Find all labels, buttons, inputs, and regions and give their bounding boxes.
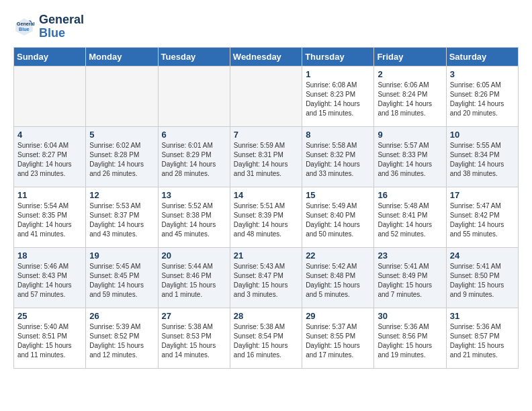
calendar-cell: 25Sunrise: 5:40 AMSunset: 8:51 PMDayligh… (14, 308, 86, 368)
day-number: 9 (378, 130, 442, 140)
day-number: 22 (306, 250, 370, 261)
calendar-cell: 19Sunrise: 5:45 AMSunset: 8:45 PMDayligh… (86, 247, 158, 308)
day-number: 26 (89, 311, 154, 321)
day-number: 4 (17, 130, 82, 140)
day-info: Sunrise: 5:41 AMSunset: 8:50 PMDaylight:… (450, 262, 515, 300)
day-header-thursday: Thursday (302, 47, 374, 66)
day-number: 23 (378, 250, 442, 261)
day-number: 11 (17, 190, 82, 200)
calendar-week-row: 4Sunrise: 6:04 AMSunset: 8:27 PMDaylight… (14, 126, 519, 187)
day-number: 18 (17, 250, 82, 261)
day-header-saturday: Saturday (446, 47, 518, 66)
day-info: Sunrise: 5:36 AMSunset: 8:57 PMDaylight:… (450, 322, 515, 360)
calendar-cell: 21Sunrise: 5:43 AMSunset: 8:47 PMDayligh… (230, 247, 302, 308)
calendar-cell: 8Sunrise: 5:58 AMSunset: 8:32 PMDaylight… (302, 126, 374, 187)
day-number: 5 (89, 130, 154, 140)
day-info: Sunrise: 5:36 AMSunset: 8:56 PMDaylight:… (378, 322, 442, 360)
day-number: 25 (17, 311, 82, 321)
day-header-friday: Friday (374, 47, 446, 66)
day-info: Sunrise: 5:45 AMSunset: 8:45 PMDaylight:… (89, 262, 154, 300)
day-number: 31 (450, 311, 515, 321)
calendar-cell: 15Sunrise: 5:49 AMSunset: 8:40 PMDayligh… (302, 187, 374, 247)
day-info: Sunrise: 5:40 AMSunset: 8:51 PMDaylight:… (17, 322, 82, 360)
calendar-cell: 14Sunrise: 5:51 AMSunset: 8:39 PMDayligh… (230, 187, 302, 247)
day-info: Sunrise: 5:37 AMSunset: 8:55 PMDaylight:… (306, 322, 370, 360)
calendar-cell: 9Sunrise: 5:57 AMSunset: 8:33 PMDaylight… (374, 126, 446, 187)
day-number: 17 (450, 190, 515, 200)
calendar-cell: 24Sunrise: 5:41 AMSunset: 8:50 PMDayligh… (446, 247, 518, 308)
calendar-week-row: 25Sunrise: 5:40 AMSunset: 8:51 PMDayligh… (14, 308, 519, 368)
day-number: 24 (450, 250, 515, 261)
calendar-cell: 20Sunrise: 5:44 AMSunset: 8:46 PMDayligh… (158, 247, 230, 308)
calendar-cell (86, 66, 158, 126)
day-info: Sunrise: 5:48 AMSunset: 8:41 PMDaylight:… (378, 201, 442, 239)
day-info: Sunrise: 5:44 AMSunset: 8:46 PMDaylight:… (162, 262, 226, 300)
calendar-cell: 29Sunrise: 5:37 AMSunset: 8:55 PMDayligh… (302, 308, 374, 368)
calendar-cell: 10Sunrise: 5:55 AMSunset: 8:34 PMDayligh… (446, 126, 518, 187)
calendar-cell: 26Sunrise: 5:39 AMSunset: 8:52 PMDayligh… (86, 308, 158, 368)
calendar-week-row: 1Sunrise: 6:08 AMSunset: 8:23 PMDaylight… (14, 66, 519, 126)
day-header-sunday: Sunday (14, 47, 86, 66)
day-info: Sunrise: 5:39 AMSunset: 8:52 PMDaylight:… (89, 322, 154, 360)
calendar-cell: 23Sunrise: 5:41 AMSunset: 8:49 PMDayligh… (374, 247, 446, 308)
calendar-cell (158, 66, 230, 126)
day-number: 30 (378, 311, 442, 321)
day-info: Sunrise: 5:38 AMSunset: 8:53 PMDaylight:… (162, 322, 226, 360)
calendar-cell: 31Sunrise: 5:36 AMSunset: 8:57 PMDayligh… (446, 308, 518, 368)
day-number: 2 (378, 69, 442, 79)
day-number: 13 (162, 190, 226, 200)
calendar-cell: 7Sunrise: 5:59 AMSunset: 8:31 PMDaylight… (230, 126, 302, 187)
day-info: Sunrise: 6:06 AMSunset: 8:24 PMDaylight:… (378, 81, 442, 118)
day-info: Sunrise: 6:02 AMSunset: 8:28 PMDaylight:… (89, 141, 154, 179)
day-number: 21 (234, 250, 298, 261)
day-info: Sunrise: 5:55 AMSunset: 8:34 PMDaylight:… (450, 141, 515, 179)
day-number: 7 (234, 130, 298, 140)
day-number: 15 (306, 190, 370, 200)
day-number: 3 (450, 69, 515, 79)
day-info: Sunrise: 5:42 AMSunset: 8:48 PMDaylight:… (306, 262, 370, 300)
day-number: 27 (162, 311, 226, 321)
calendar-cell: 5Sunrise: 6:02 AMSunset: 8:28 PMDaylight… (86, 126, 158, 187)
day-number: 10 (450, 130, 515, 140)
day-info: Sunrise: 5:53 AMSunset: 8:37 PMDaylight:… (89, 201, 154, 239)
calendar-cell: 11Sunrise: 5:54 AMSunset: 8:35 PMDayligh… (14, 187, 86, 247)
day-header-wednesday: Wednesday (230, 47, 302, 66)
day-number: 8 (306, 130, 370, 140)
page-header: General Blue General Blue (13, 13, 519, 40)
day-number: 1 (306, 69, 370, 79)
calendar-week-row: 18Sunrise: 5:46 AMSunset: 8:43 PMDayligh… (14, 247, 519, 308)
day-info: Sunrise: 5:54 AMSunset: 8:35 PMDaylight:… (17, 201, 82, 239)
day-info: Sunrise: 5:51 AMSunset: 8:39 PMDaylight:… (234, 201, 298, 239)
calendar-cell: 27Sunrise: 5:38 AMSunset: 8:53 PMDayligh… (158, 308, 230, 368)
day-number: 16 (378, 190, 442, 200)
calendar-cell: 22Sunrise: 5:42 AMSunset: 8:48 PMDayligh… (302, 247, 374, 308)
calendar-header-row: SundayMondayTuesdayWednesdayThursdayFrid… (14, 47, 519, 66)
logo-icon: General Blue (13, 16, 35, 38)
calendar-cell: 28Sunrise: 5:38 AMSunset: 8:54 PMDayligh… (230, 308, 302, 368)
day-info: Sunrise: 5:41 AMSunset: 8:49 PMDaylight:… (378, 262, 442, 300)
calendar-cell (230, 66, 302, 126)
day-number: 12 (89, 190, 154, 200)
logo-text: General Blue (39, 13, 84, 40)
calendar-cell: 17Sunrise: 5:47 AMSunset: 8:42 PMDayligh… (446, 187, 518, 247)
day-info: Sunrise: 5:47 AMSunset: 8:42 PMDaylight:… (450, 201, 515, 239)
day-info: Sunrise: 5:38 AMSunset: 8:54 PMDaylight:… (234, 322, 298, 360)
day-number: 29 (306, 311, 370, 321)
day-info: Sunrise: 6:01 AMSunset: 8:29 PMDaylight:… (162, 141, 226, 179)
day-number: 28 (234, 311, 298, 321)
calendar-cell: 16Sunrise: 5:48 AMSunset: 8:41 PMDayligh… (374, 187, 446, 247)
calendar-cell: 30Sunrise: 5:36 AMSunset: 8:56 PMDayligh… (374, 308, 446, 368)
day-info: Sunrise: 5:57 AMSunset: 8:33 PMDaylight:… (378, 141, 442, 179)
calendar-cell: 13Sunrise: 5:52 AMSunset: 8:38 PMDayligh… (158, 187, 230, 247)
day-info: Sunrise: 5:59 AMSunset: 8:31 PMDaylight:… (234, 141, 298, 179)
day-info: Sunrise: 5:52 AMSunset: 8:38 PMDaylight:… (162, 201, 226, 239)
calendar-cell: 4Sunrise: 6:04 AMSunset: 8:27 PMDaylight… (14, 126, 86, 187)
day-header-tuesday: Tuesday (158, 47, 230, 66)
day-info: Sunrise: 5:46 AMSunset: 8:43 PMDaylight:… (17, 262, 82, 300)
calendar-cell: 12Sunrise: 5:53 AMSunset: 8:37 PMDayligh… (86, 187, 158, 247)
day-number: 6 (162, 130, 226, 140)
day-number: 20 (162, 250, 226, 261)
day-info: Sunrise: 5:43 AMSunset: 8:47 PMDaylight:… (234, 262, 298, 300)
calendar-cell: 3Sunrise: 6:05 AMSunset: 8:26 PMDaylight… (446, 66, 518, 126)
calendar-cell: 18Sunrise: 5:46 AMSunset: 8:43 PMDayligh… (14, 247, 86, 308)
